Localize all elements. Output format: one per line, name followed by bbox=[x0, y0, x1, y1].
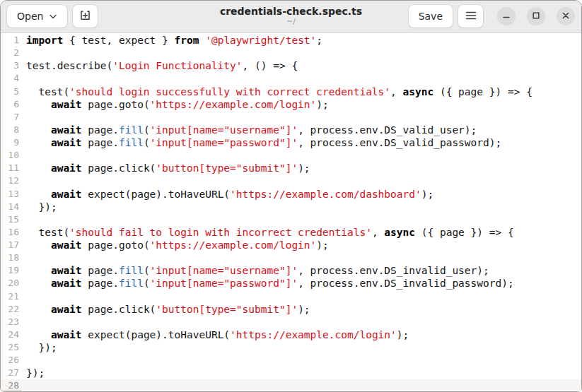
line-number: 27 bbox=[1, 367, 26, 379]
hamburger-menu-icon bbox=[465, 11, 477, 22]
line-number: 1 bbox=[1, 34, 26, 47]
line-number: 9 bbox=[1, 136, 26, 149]
window-controls bbox=[497, 7, 575, 25]
code-text: await page.fill('input[name="password"]'… bbox=[26, 277, 514, 290]
code-text: await expect(page).toHaveURL('https://ex… bbox=[26, 328, 409, 341]
code-text: await page.goto('https://example.com/log… bbox=[26, 239, 329, 251]
line-number: 16 bbox=[1, 226, 26, 239]
line-number: 23 bbox=[1, 316, 26, 328]
code-line[interactable]: 10 bbox=[1, 149, 581, 162]
maximize-icon bbox=[532, 11, 540, 22]
main-menu-button[interactable] bbox=[458, 5, 483, 28]
window-title-box: credentials-check.spec.ts ~/ bbox=[220, 6, 362, 25]
save-button[interactable]: Save bbox=[409, 5, 453, 28]
code-line[interactable]: 17 await page.goto('https://example.com/… bbox=[1, 239, 581, 251]
line-number: 2 bbox=[1, 47, 26, 59]
line-number: 3 bbox=[1, 59, 26, 72]
code-line[interactable]: 3test.describe('Login Functionality', ()… bbox=[1, 59, 581, 72]
code-line[interactable]: 7 bbox=[1, 111, 581, 124]
text-area[interactable]: 1import { test, expect } from '@playwrig… bbox=[1, 32, 581, 392]
code-text: test('should login successfully with cor… bbox=[26, 85, 532, 98]
code-line[interactable]: 13 await expect(page).toHaveURL('https:/… bbox=[1, 188, 581, 201]
document-path: ~/ bbox=[220, 18, 362, 26]
open-button[interactable]: Open bbox=[7, 5, 67, 28]
document-title: credentials-check.spec.ts bbox=[220, 6, 362, 18]
code-line[interactable]: 21 bbox=[1, 290, 581, 303]
code-text: await page.fill('input[name="password"]'… bbox=[26, 136, 501, 149]
code-line[interactable]: 22 await page.click('button[type="submit… bbox=[1, 303, 581, 316]
code-line[interactable]: 20 await page.fill('input[name="password… bbox=[1, 277, 581, 290]
minimize-button[interactable] bbox=[497, 7, 516, 25]
chevron-down-icon bbox=[49, 11, 57, 22]
line-number: 12 bbox=[1, 174, 26, 187]
close-icon bbox=[561, 11, 570, 22]
line-number: 20 bbox=[1, 277, 26, 290]
headerbar: Open credentials-check.spec.ts ~/ Save bbox=[1, 1, 581, 32]
close-button[interactable] bbox=[557, 7, 575, 25]
text-editor-window: Open credentials-check.spec.ts ~/ Save bbox=[0, 0, 582, 392]
code-text: await page.fill('input[name="username"]'… bbox=[26, 124, 477, 136]
code-text: await page.goto('https://example.com/log… bbox=[26, 98, 329, 111]
code-text: }); bbox=[26, 201, 57, 213]
code-line[interactable]: 8 await page.fill('input[name="username"… bbox=[1, 124, 581, 136]
line-number: 7 bbox=[1, 111, 26, 124]
line-number: 22 bbox=[1, 303, 26, 316]
code-line[interactable]: 14 }); bbox=[1, 201, 581, 213]
minimize-icon bbox=[502, 11, 511, 22]
open-button-label: Open bbox=[17, 11, 43, 22]
line-number: 19 bbox=[1, 264, 26, 277]
header-right-group: Save bbox=[409, 5, 575, 28]
code-line[interactable]: 4 bbox=[1, 72, 581, 85]
header-left-group: Open bbox=[7, 5, 98, 28]
code-text: await page.click('button[type="submit"]'… bbox=[26, 303, 310, 316]
code-text: }); bbox=[26, 367, 45, 379]
code-line[interactable]: 9 await page.fill('input[name="password"… bbox=[1, 136, 581, 149]
code-line[interactable]: 2 bbox=[1, 47, 581, 59]
line-number: 13 bbox=[1, 188, 26, 201]
code-line[interactable]: 5 test('should login successfully with c… bbox=[1, 85, 581, 98]
code-line[interactable]: 24 await expect(page).toHaveURL('https:/… bbox=[1, 328, 581, 341]
line-number: 17 bbox=[1, 239, 26, 251]
line-number: 18 bbox=[1, 251, 26, 264]
line-number: 21 bbox=[1, 290, 26, 303]
tab-new-icon bbox=[79, 10, 91, 23]
code-line[interactable]: 19 await page.fill('input[name="username… bbox=[1, 264, 581, 277]
code-line[interactable]: 12 bbox=[1, 174, 581, 187]
code-text: import { test, expect } from '@playwrigh… bbox=[26, 34, 322, 47]
code-line[interactable]: 11 await page.click('button[type="submit… bbox=[1, 162, 581, 174]
maximize-button[interactable] bbox=[527, 7, 545, 25]
code-lines: 1import { test, expect } from '@playwrig… bbox=[1, 34, 581, 392]
code-line[interactable]: 27}); bbox=[1, 367, 581, 379]
code-line[interactable]: 16 test('should fail to login with incor… bbox=[1, 226, 581, 239]
line-number: 5 bbox=[1, 85, 26, 98]
line-number: 25 bbox=[1, 341, 26, 354]
code-text: await page.fill('input[name="username"]'… bbox=[26, 264, 489, 277]
code-line[interactable]: 23 bbox=[1, 316, 581, 328]
line-number: 4 bbox=[1, 72, 26, 85]
code-line[interactable]: 25 }); bbox=[1, 341, 581, 354]
code-line[interactable]: 1import { test, expect } from '@playwrig… bbox=[1, 34, 581, 47]
new-tab-button[interactable] bbox=[73, 5, 98, 28]
line-number: 26 bbox=[1, 354, 26, 367]
code-text: }); bbox=[26, 341, 57, 354]
code-text: await expect(page).toHaveURL('https://ex… bbox=[26, 188, 433, 201]
code-line[interactable]: 6 await page.goto('https://example.com/l… bbox=[1, 98, 581, 111]
code-text: test.describe('Login Functionality', () … bbox=[26, 59, 298, 72]
line-number: 11 bbox=[1, 162, 26, 174]
line-number: 15 bbox=[1, 213, 26, 226]
code-line[interactable]: 26 bbox=[1, 354, 581, 367]
line-number: 14 bbox=[1, 201, 26, 213]
line-number: 10 bbox=[1, 149, 26, 162]
code-text: test('should fail to login with incorrec… bbox=[26, 226, 514, 239]
line-number: 8 bbox=[1, 124, 26, 136]
line-number: 24 bbox=[1, 328, 26, 341]
code-line[interactable]: 18 bbox=[1, 251, 581, 264]
line-number: 6 bbox=[1, 98, 26, 111]
code-text: await page.click('button[type="submit"]'… bbox=[26, 162, 310, 174]
code-line[interactable]: 15 bbox=[1, 213, 581, 226]
